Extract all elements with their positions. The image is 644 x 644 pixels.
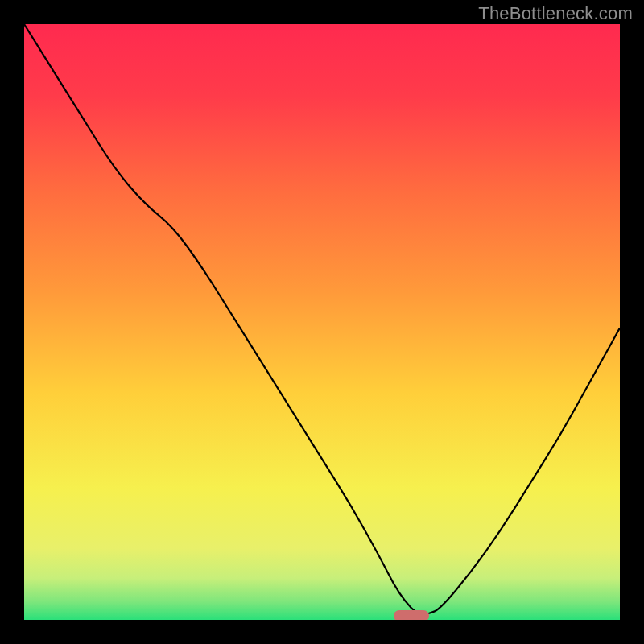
plot-area	[24, 24, 620, 620]
optimal-marker	[394, 610, 429, 620]
chart-frame: TheBottleneck.com	[0, 0, 644, 644]
curve-path	[24, 24, 620, 614]
watermark-text: TheBottleneck.com	[478, 3, 633, 24]
bottleneck-curve	[24, 24, 620, 620]
